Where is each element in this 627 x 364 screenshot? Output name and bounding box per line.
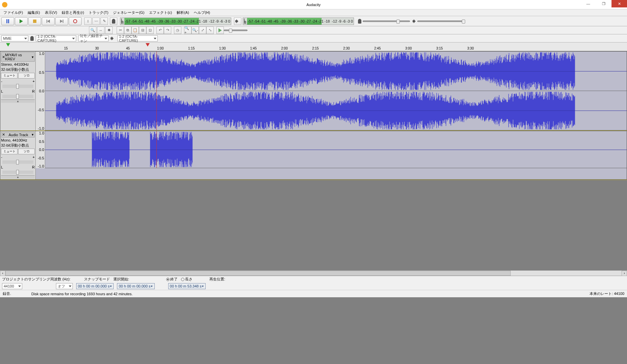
track-close-icon[interactable]: ✕: [2, 55, 5, 59]
track-close-icon[interactable]: ✕: [2, 132, 5, 137]
track-menu-icon[interactable]: ▾: [32, 132, 34, 137]
play-at-speed-button[interactable]: [216, 27, 224, 34]
zoom-out-button[interactable]: 🔍-: [191, 27, 199, 34]
collapse-button[interactable]: ▲: [1, 99, 35, 103]
vertical-scale[interactable]: 1.00.50.0-0.5-1.0: [36, 52, 45, 130]
project-rate-combo[interactable]: 44100: [2, 283, 22, 289]
mute-button[interactable]: ミュート: [1, 149, 18, 154]
ruler-label: 1:30: [219, 47, 226, 50]
track-waveform[interactable]: 1.00.50.0-0.5-1.0: [36, 52, 627, 130]
fit-project-button[interactable]: ⤡: [206, 27, 214, 34]
gain-slider[interactable]: [2, 160, 33, 164]
menu-トラック(T)[interactable]: トラック(T): [87, 9, 110, 16]
audio-host-combo[interactable]: MME: [1, 35, 28, 41]
solo-button[interactable]: ソロ: [18, 73, 35, 79]
horizontal-scrollbar[interactable]: ‹ ›: [0, 270, 627, 276]
output-device-combo[interactable]: 1-2 (OCTA-CAPTURE): [117, 35, 158, 41]
redo-button[interactable]: ↷: [164, 27, 171, 34]
stop-button[interactable]: [28, 17, 41, 25]
draw-tool-button[interactable]: ✎: [100, 18, 108, 25]
length-radio[interactable]: 長さ: [181, 277, 192, 282]
timeshift-tool-button[interactable]: ↔: [97, 27, 104, 34]
input-channels-combo[interactable]: 1(モノ)録音チャン: [78, 35, 109, 41]
end-radio[interactable]: 終了: [166, 277, 178, 282]
scroll-right-button[interactable]: ›: [622, 271, 627, 276]
menu-ファイル(F)[interactable]: ファイル(F): [1, 9, 25, 16]
track-waveform[interactable]: 1.00.50.0-0.5-1.0: [36, 131, 627, 179]
menu-編集(E)[interactable]: 編集(E): [26, 9, 42, 16]
selection-toolbar-labels: プロジェクトのサンプリング周波数 (Hz): スナップモード 選択開始: 終了 …: [0, 276, 627, 282]
playback-cursor: [156, 91, 157, 130]
scroll-left-button[interactable]: ‹: [0, 271, 5, 276]
audio-position-field[interactable]: 00 h 00 m 53.348 s▾: [168, 283, 206, 289]
waveform-channel[interactable]: [45, 91, 627, 130]
menu-録音と再生(r)[interactable]: 録音と再生(r): [60, 9, 86, 16]
sync-lock-button[interactable]: ◷: [174, 27, 181, 34]
waveform-channel[interactable]: [45, 131, 627, 168]
skip-end-button[interactable]: [55, 17, 68, 25]
solo-button[interactable]: ソロ: [18, 149, 35, 154]
input-device-combo[interactable]: 1-2 (OCTA-CAPTURE): [36, 35, 76, 41]
zoom-tool-button[interactable]: 🔍: [89, 27, 96, 34]
track-control-panel[interactable]: ✕MIYAVI vs KREV▾Stereo, 44100Hz32-bit浮動小…: [0, 52, 36, 130]
selection-start-field[interactable]: 00 h 00 m 00.000 s▾: [76, 283, 114, 289]
vertical-scale[interactable]: 1.00.50.0-0.5-1.0: [36, 131, 45, 168]
paste-button[interactable]: 📋: [131, 27, 139, 34]
envelope-tool-button[interactable]: 〰: [92, 18, 100, 25]
ruler-label: 15: [64, 47, 68, 50]
output-device-icon: [111, 36, 115, 40]
menu-ジェネレーター(G)[interactable]: ジェネレーター(G): [111, 9, 146, 16]
snap-mode-combo[interactable]: オフ: [56, 283, 73, 289]
selection-tool-button[interactable]: I: [84, 18, 92, 25]
playback-volume-slider[interactable]: [417, 18, 465, 25]
input-device-icon: [30, 36, 34, 41]
fit-selection-button[interactable]: ⤢: [199, 27, 206, 34]
silence-button[interactable]: ⊡: [146, 27, 154, 34]
ruler-label: 2:15: [312, 47, 319, 50]
track-name: MIYAVI vs KREV: [5, 53, 32, 61]
pan-slider[interactable]: [2, 171, 33, 174]
multi-tool-button[interactable]: ✱: [105, 27, 113, 34]
snap-mode-label: スナップモード: [84, 277, 110, 282]
track-bitdepth: 32-bit浮動小数点: [1, 143, 35, 148]
menu-解析(A)[interactable]: 解析(A): [175, 9, 191, 16]
window-maximize-button[interactable]: ❐: [596, 0, 611, 7]
mute-button[interactable]: ミュート: [1, 73, 18, 79]
waveform-channel[interactable]: [45, 52, 627, 91]
pan-slider[interactable]: [2, 95, 33, 98]
gain-slider[interactable]: [2, 85, 33, 88]
scroll-thumb[interactable]: [5, 271, 511, 276]
selection-end-field[interactable]: 00 h 00 m 00.000 s▾: [117, 283, 154, 289]
undo-button[interactable]: ↶: [156, 27, 164, 34]
track-area: ✕MIYAVI vs KREV▾Stereo, 44100Hz32-bit浮動小…: [0, 51, 627, 270]
track-control-panel[interactable]: ✕Audio Track▾Mono, 44100Hz32-bit浮動小数点ミュー…: [0, 131, 36, 179]
play-button[interactable]: [15, 17, 28, 25]
menu-表示(V)[interactable]: 表示(V): [43, 9, 59, 16]
zoom-in-button[interactable]: 🔍+: [184, 27, 191, 34]
ruler-label: 3:30: [467, 47, 474, 50]
ruler-label: 2:30: [343, 47, 350, 50]
window-close-button[interactable]: ✕: [611, 0, 627, 7]
copy-button[interactable]: ⧉: [124, 27, 131, 34]
record-button[interactable]: [69, 17, 82, 25]
window-minimize-button[interactable]: —: [580, 0, 596, 7]
mic-slider-icon: [358, 19, 361, 24]
recording-volume-slider[interactable]: [363, 18, 410, 25]
track: ✕MIYAVI vs KREV▾Stereo, 44100Hz32-bit浮動小…: [0, 51, 627, 131]
timeline-ruler[interactable]: 1530451:001:151:301:452:002:152:302:453:…: [0, 42, 627, 51]
menu-ヘルプ(H)[interactable]: ヘルプ(H): [192, 9, 212, 16]
ruler-label: 1:00: [157, 47, 163, 50]
pause-button[interactable]: [1, 17, 14, 25]
track-menu-icon[interactable]: ▾: [32, 55, 34, 59]
playback-meter[interactable]: LR -57-54-51-48-45-39-36-33-30-27-24-21-…: [243, 18, 354, 25]
cut-button[interactable]: ✂: [117, 27, 124, 34]
collapse-button[interactable]: ▲: [1, 175, 35, 179]
recording-meter[interactable]: LR -57-54-51-48-45-39-36-33-30-27-24-21-…: [120, 18, 231, 25]
play-speed-slider[interactable]: [224, 27, 247, 34]
skip-start-button[interactable]: [42, 17, 55, 25]
track-name: Audio Track: [8, 133, 28, 137]
recording-status-text: 録音.: [3, 291, 11, 296]
menu-エフェクト(c)[interactable]: エフェクト(c): [147, 9, 174, 16]
window-titlebar: Audacity — ❐ ✕: [0, 0, 627, 9]
trim-button[interactable]: ⊟: [139, 27, 146, 34]
